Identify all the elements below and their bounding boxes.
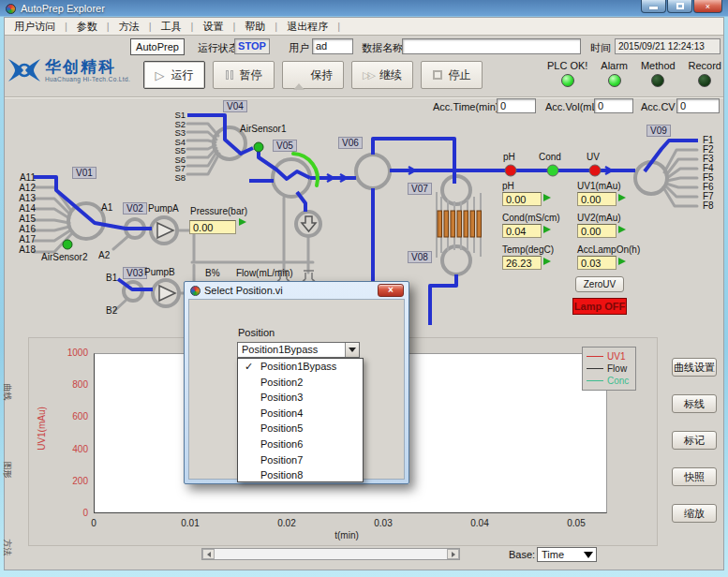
resume-button-label: 继续 bbox=[379, 67, 402, 83]
y-tick-label: 0 bbox=[82, 508, 88, 518]
user-label: 用户 bbox=[289, 41, 309, 55]
option-label: Position7 bbox=[260, 454, 303, 466]
dropdown-option[interactable]: ✓ Position8 bbox=[238, 467, 363, 482]
pressure-marker-icon bbox=[239, 218, 246, 226]
valve-chip-v04[interactable]: V04 bbox=[223, 100, 247, 112]
menu-item[interactable]: 退出程序 bbox=[277, 18, 337, 36]
dropdown-option[interactable]: ✓ Position5 bbox=[238, 421, 363, 436]
status-indicator: PLC OK! bbox=[547, 60, 587, 87]
valve-chip-v02[interactable]: V02 bbox=[123, 202, 147, 215]
menu-item[interactable]: 帮助 bbox=[235, 18, 275, 36]
menu-item[interactable]: 方法 bbox=[110, 18, 149, 36]
down-arrow-icon bbox=[302, 216, 316, 231]
b-percent-label: B% bbox=[205, 268, 220, 278]
readout-value: 0.00 bbox=[577, 192, 617, 206]
brand-name-en: HuaChuang Hi-Tech.Co.Ltd. bbox=[45, 76, 130, 82]
data-name-input[interactable] bbox=[402, 38, 581, 54]
valve-chip-v05[interactable]: V05 bbox=[273, 140, 297, 152]
chart-tool-button[interactable]: 标记 bbox=[672, 431, 717, 450]
menu-item[interactable]: 设置 bbox=[193, 18, 232, 36]
readout: Cond(mS/cm) 0.04 bbox=[502, 213, 568, 244]
side-tab-3[interactable]: 方法 bbox=[1, 538, 13, 558]
scroll-left-icon[interactable] bbox=[202, 549, 215, 559]
valve-chip-v09[interactable]: V09 bbox=[646, 125, 671, 137]
run-button[interactable]: ▷ 运行 bbox=[143, 61, 205, 89]
menu-item[interactable]: 工具 bbox=[152, 18, 191, 36]
zero-uv-button[interactable]: ZeroUV bbox=[575, 276, 624, 292]
readout: UV1(mAu) 0.00 bbox=[577, 181, 652, 213]
port-b1-label: B1 bbox=[106, 273, 117, 283]
control-buttons: ▷ 运行 暂停 保持 ▷▷ 继续 停止 bbox=[143, 61, 490, 89]
window-title: AutoPrep Explorer bbox=[21, 3, 105, 14]
f-ports: F1F2F3F4F5F6F7F8 bbox=[703, 136, 725, 211]
dropdown-option[interactable]: ✓ Position4 bbox=[238, 406, 363, 422]
valve-chip-v01[interactable]: V01 bbox=[72, 167, 97, 179]
chart-tool-button[interactable]: 曲线设置 bbox=[672, 358, 717, 377]
readout-value: 0.03 bbox=[577, 256, 617, 270]
menu-bar: 用户访问|参数|方法|工具|设置|帮助|退出程序| bbox=[5, 18, 723, 36]
menu-item[interactable]: 用户访问 bbox=[5, 18, 65, 36]
chevron-down-icon bbox=[349, 348, 356, 352]
base-label: Base: bbox=[509, 549, 535, 560]
close-button[interactable]: × bbox=[693, 0, 722, 13]
select-position-dialog: Select Position.vi × Position Position1B… bbox=[184, 281, 409, 484]
run-status-value: STOP bbox=[234, 38, 270, 54]
lamp-off-indicator[interactable]: Lamp OFF bbox=[572, 298, 627, 315]
readout-label: UV1(mAu) bbox=[577, 181, 652, 191]
air-sensor1-led bbox=[254, 142, 263, 152]
acc-time-input[interactable]: 0 bbox=[497, 98, 536, 113]
valve-chip-v03[interactable]: V03 bbox=[123, 267, 147, 279]
side-tab-2[interactable]: 图形 bbox=[1, 460, 13, 481]
stop-icon bbox=[433, 70, 442, 80]
scroll-right-icon[interactable] bbox=[447, 549, 459, 559]
valve-chip-v08[interactable]: V08 bbox=[408, 251, 432, 263]
readout: Temp(degC) 26.23 bbox=[502, 244, 568, 276]
hold-button[interactable]: 保持 bbox=[282, 61, 344, 89]
led-icon bbox=[608, 74, 621, 87]
chart-tool-button[interactable]: 缩放 bbox=[672, 504, 717, 523]
chart-tool-button[interactable]: 快照 bbox=[672, 467, 717, 486]
hold-button-label: 保持 bbox=[311, 67, 334, 83]
horizontal-scrollbar[interactable] bbox=[201, 548, 460, 560]
indicator-label: PLC OK! bbox=[547, 60, 587, 71]
base-dropdown[interactable]: Time bbox=[537, 547, 597, 562]
dialog-body: Position Position1Bypass ✓ Position1Bypa… bbox=[188, 299, 405, 480]
acc-vol-input[interactable]: 0 bbox=[594, 98, 633, 113]
valve-chip-v07[interactable]: V07 bbox=[408, 183, 432, 195]
pause-button[interactable]: 暂停 bbox=[213, 61, 275, 89]
resume-button[interactable]: ▷▷ 继续 bbox=[351, 61, 413, 89]
chart-side-buttons: 曲线设置标线标记快照缩放 bbox=[666, 358, 722, 540]
chart-legend: UV1 Flow Conc bbox=[582, 347, 636, 391]
chart-tool-button[interactable]: 标线 bbox=[672, 394, 717, 413]
dialog-titlebar: Select Position.vi bbox=[190, 284, 283, 297]
dialog-close-button[interactable]: × bbox=[378, 284, 404, 297]
option-label: Position4 bbox=[260, 407, 303, 419]
side-tab-1[interactable]: 曲线 bbox=[1, 382, 13, 403]
ph-dot-label: pH bbox=[503, 152, 515, 162]
legend-item-flow: Flow bbox=[587, 362, 631, 375]
dropdown-option[interactable]: ✓ Position1Bypass bbox=[238, 359, 363, 375]
stop-button[interactable]: 停止 bbox=[421, 61, 483, 89]
status-indicator: Alarm bbox=[601, 60, 628, 87]
user-input[interactable]: ad bbox=[312, 38, 353, 54]
readout: UV2(mAu) 0.00 bbox=[577, 213, 652, 244]
ph-sensor-dot bbox=[505, 165, 516, 176]
uv-dot-label: UV bbox=[587, 152, 600, 162]
port-label: S8 bbox=[165, 173, 186, 183]
legend-item-conc: Conc bbox=[587, 375, 631, 387]
dropdown-option[interactable]: ✓ Position2 bbox=[238, 375, 363, 391]
minimize-button[interactable] bbox=[641, 0, 666, 13]
valve-chip-v06[interactable]: V06 bbox=[338, 137, 363, 149]
x-tick-label: 0 bbox=[75, 518, 112, 528]
combobox-button[interactable] bbox=[345, 343, 359, 357]
dropdown-option[interactable]: ✓ Position6 bbox=[238, 436, 363, 452]
dropdown-option[interactable]: ✓ Position3 bbox=[238, 390, 363, 406]
readout: pH 0.00 bbox=[502, 181, 568, 213]
port-label: A12 bbox=[6, 183, 36, 193]
position-combobox[interactable]: Position1Bypass bbox=[237, 342, 360, 358]
acc-cv-input[interactable]: 0 bbox=[676, 98, 720, 113]
pump-triangle-icons bbox=[157, 223, 175, 301]
menu-item[interactable]: 参数 bbox=[67, 18, 107, 36]
dropdown-option[interactable]: ✓ Position7 bbox=[238, 452, 363, 468]
maximize-button[interactable] bbox=[667, 0, 692, 13]
